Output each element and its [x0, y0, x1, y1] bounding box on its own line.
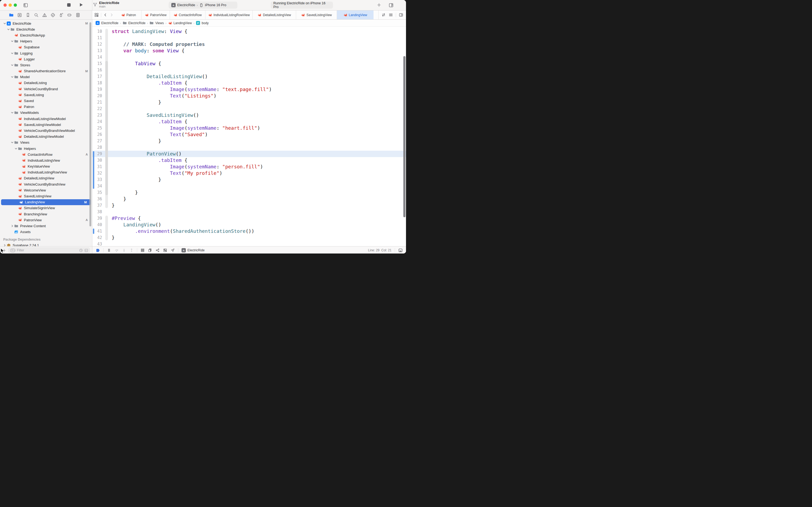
sidebar-item-SharedAuthenticationStore[interactable]: SharedAuthenticationStoreM	[0, 68, 92, 74]
chevron-down-icon[interactable]	[10, 64, 14, 67]
code-line-11[interactable]: 11	[93, 35, 406, 41]
code-line-14[interactable]: 14	[93, 54, 406, 60]
code-line-18[interactable]: 18 .tabItem {	[93, 80, 406, 86]
chevron-right-icon[interactable]	[3, 244, 7, 246]
issues-icon[interactable]	[42, 13, 47, 17]
package-item-Supabase-2.24.1[interactable]: Supabase 2.24.1	[0, 242, 92, 246]
sidebar-item-Assets[interactable]: Assets	[0, 229, 92, 235]
sidebar-item-DetailedListing[interactable]: DetailedListing	[0, 80, 92, 86]
code-line-19[interactable]: 19 Image(systemName: "text.page.fill")	[93, 86, 406, 93]
code-line-40[interactable]: 40 LandingView()	[93, 222, 406, 228]
code-line-37[interactable]: 37}	[93, 202, 406, 209]
tab-PatronView[interactable]: PatronView	[141, 10, 170, 19]
code-line-24[interactable]: 24 .tabItem {	[93, 118, 406, 125]
related-items-button[interactable]	[94, 13, 99, 17]
sidebar-item-Saved[interactable]: Saved	[0, 98, 92, 104]
add-editor-button[interactable]	[399, 13, 403, 17]
debug-icon[interactable]	[59, 13, 64, 17]
sidebar-item-VehicleCountByBrand[interactable]: VehicleCountByBrand	[0, 86, 92, 92]
code-line-29[interactable]: 29 PatronView()	[93, 151, 406, 157]
code-line-26[interactable]: 26 Text("Saved")	[93, 131, 406, 138]
sidebar-item-Logger[interactable]: Logger	[0, 56, 92, 62]
sidebar-item-Preview-Content[interactable]: Preview Content	[0, 223, 92, 229]
code-line-34[interactable]: 34	[93, 183, 406, 189]
sidebar-item-Supabase[interactable]: Supabase	[0, 44, 92, 50]
tab-ContactInfoRow[interactable]: ContactInfoRow	[170, 10, 206, 19]
sidebar-item-BranchingView[interactable]: BranchingView	[0, 211, 92, 217]
debug-area-toggle-button[interactable]	[398, 248, 403, 253]
breadcrumb-item[interactable]: LandingView	[173, 21, 192, 25]
chevron-down-icon[interactable]	[10, 40, 14, 43]
sidebar-item-KeyValueView[interactable]: KeyValueView	[0, 164, 92, 169]
code-line-25[interactable]: 25 Image(systemName: "heart.fill")	[93, 125, 406, 131]
source-editor[interactable]: 10struct LandingView: View {1112 // MARK…	[93, 26, 406, 246]
code-line-12[interactable]: 12 // MARK: Computed properties	[93, 41, 406, 48]
code-line-41[interactable]: 41 .environment(SharedAuthenticationStor…	[93, 228, 406, 234]
sidebar-item-ElectricRide[interactable]: AElectricRideM	[0, 20, 92, 26]
code-line-22[interactable]: 22	[93, 106, 406, 112]
code-line-33[interactable]: 33 }	[93, 176, 406, 183]
code-line-32[interactable]: 32 Text("My profile")	[93, 170, 406, 176]
sidebar-item-Stores[interactable]: Stores	[0, 62, 92, 68]
chevron-down-icon[interactable]	[10, 75, 14, 78]
code-line-36[interactable]: 36 }	[93, 196, 406, 202]
close-window-button[interactable]	[3, 3, 7, 7]
sidebar-item-PatronView[interactable]: PatronViewA	[0, 217, 92, 223]
tab-IndividualListingRowView[interactable]: IndividualListingRowView	[206, 10, 253, 19]
breadcrumb-item[interactable]: body	[201, 21, 209, 25]
sidebar-item-IndividualListingView[interactable]: IndividualListingView	[0, 157, 92, 163]
scheme-selector[interactable]: A ElectricRide › iPhone 16 Pro	[169, 2, 237, 9]
reports-icon[interactable]	[75, 13, 80, 17]
sidebar-item-ElectricRideApp[interactable]: ElectricRideApp	[0, 32, 92, 38]
sidebar-item-ElectricRide[interactable]: ElectricRide	[0, 26, 92, 32]
code-line-28[interactable]: 28	[93, 144, 406, 151]
environment-overrides-icon[interactable]	[163, 248, 167, 252]
code-line-20[interactable]: 20 Text("Listings")	[93, 93, 406, 99]
chevron-down-icon[interactable]	[10, 52, 14, 55]
breakpoints-toggle-icon[interactable]	[96, 248, 100, 253]
tab-Patron[interactable]: Patron	[116, 10, 141, 19]
inspector-toggle-button[interactable]	[389, 3, 394, 8]
sidebar-item-IndividualListingViewModel[interactable]: IndividualListingViewModel	[0, 116, 92, 122]
source-control-icon[interactable]	[17, 13, 22, 17]
bookmarks-icon[interactable]	[25, 13, 31, 17]
code-line-35[interactable]: 35 }	[93, 189, 406, 196]
stop-button[interactable]	[67, 3, 71, 7]
sidebar-scrollbar[interactable]	[90, 22, 91, 226]
find-icon[interactable]	[34, 13, 39, 17]
chevron-down-icon[interactable]	[3, 22, 7, 25]
breakpoints-icon[interactable]	[67, 13, 72, 17]
sidebar-item-VehicleCountByBrandViewModel[interactable]: VehicleCountByBrandViewModel	[0, 127, 92, 133]
code-line-42[interactable]: 42}	[93, 234, 406, 241]
tab-LandingView[interactable]: LandingView	[337, 10, 373, 19]
code-line-13[interactable]: 13 var body: some View {	[93, 48, 406, 54]
sidebar-item-ContactInfoRow[interactable]: ContactInfoRowA	[0, 152, 92, 157]
code-line-39[interactable]: 39#Preview {	[93, 215, 406, 222]
chevron-down-icon[interactable]	[14, 147, 18, 150]
code-line-10[interactable]: 10struct LandingView: View {	[93, 28, 406, 35]
tab-DetailedListingView[interactable]: DetailedListingView	[253, 10, 296, 19]
sidebar-item-VehicleCountByBrandView[interactable]: VehicleCountByBrandView	[0, 181, 92, 187]
tests-icon[interactable]	[51, 13, 55, 17]
code-line-30[interactable]: 30 .tabItem {	[93, 157, 406, 164]
minimize-window-button[interactable]	[9, 3, 12, 7]
memory-graph-icon[interactable]	[148, 248, 152, 252]
sidebar-item-Views[interactable]: Views	[0, 139, 92, 146]
project-navigator-icon[interactable]	[9, 13, 14, 17]
sidebar-item-DetailedListingViewModel[interactable]: DetailedListingViewModel	[0, 134, 92, 139]
sidebar-item-DetailedListingView[interactable]: DetailedListingView	[0, 175, 92, 181]
code-review-button[interactable]	[381, 13, 386, 17]
sidebar-item-Helpers[interactable]: Helpers	[0, 39, 92, 44]
sidebar-item-ViewModels[interactable]: ViewModels	[0, 110, 92, 116]
sidebar-item-SavedListingView[interactable]: SavedListingView	[0, 193, 92, 199]
code-line-21[interactable]: 21 }	[93, 99, 406, 106]
breadcrumb-item[interactable]: Views	[155, 21, 164, 25]
code-line-16[interactable]: 16	[93, 67, 406, 73]
chevron-right-icon[interactable]	[10, 225, 14, 227]
code-line-31[interactable]: 31 Image(systemName: "person.fill")	[93, 164, 406, 170]
zoom-window-button[interactable]	[14, 3, 17, 7]
sidebar-item-Logging[interactable]: Logging	[0, 50, 92, 56]
forward-button[interactable]	[110, 13, 114, 17]
chevron-down-icon[interactable]	[6, 28, 10, 31]
instruments-icon[interactable]	[156, 248, 160, 252]
